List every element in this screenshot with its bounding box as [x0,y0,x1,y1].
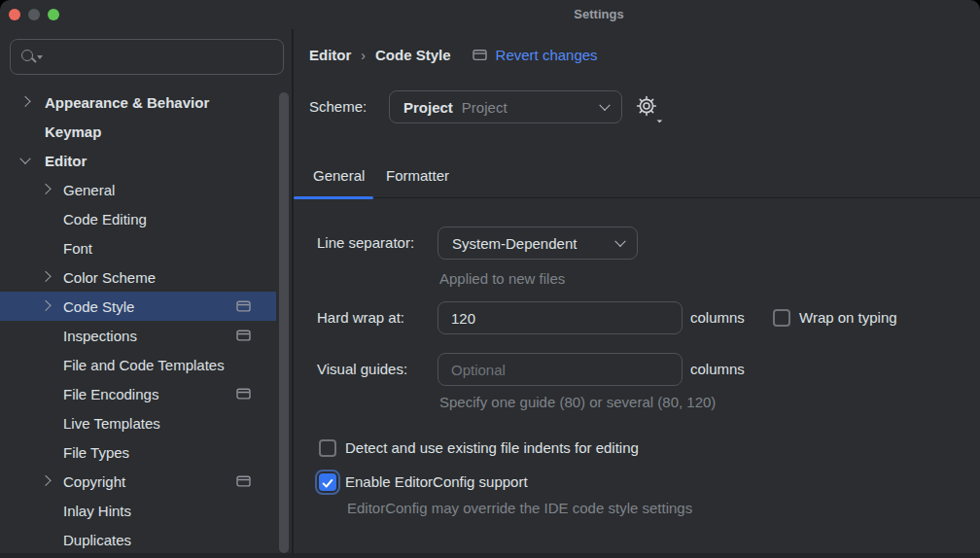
modified-setting-icon [472,49,487,61]
modified-setting-icon [236,330,251,342]
breadcrumb-editor[interactable]: Editor [309,47,351,63]
line-separator-dropdown[interactable]: System-Dependent [438,227,638,260]
sidebar-item-label: Editor [45,153,87,169]
sidebar-item-label: Appearance & Behavior [45,94,209,111]
chevron-down-icon[interactable] [19,154,30,164]
chevron-right-icon[interactable] [40,271,51,282]
modified-setting-icon [236,300,251,313]
line-separator-label: Line separator: [317,234,414,251]
zoom-window-button[interactable] [48,9,59,20]
sidebar-item-editor[interactable]: Editor [0,146,276,175]
hard-wrap-suffix: columns [690,309,745,326]
sidebar-item-label: General [63,182,115,198]
sidebar-item-copyright[interactable]: Copyright [0,467,276,496]
code-style-tabs: General Formatter [294,158,980,198]
chevron-right-icon[interactable] [40,475,51,486]
sidebar-item-file-and-code-templates[interactable]: File and Code Templates [0,350,276,379]
sidebar-item-label: Code Editing [63,211,147,227]
sidebar-item-font[interactable]: Font [0,233,276,262]
sidebar-item-general[interactable]: General [0,175,276,204]
window-title: Settings [574,7,623,21]
scheme-actions-button[interactable] [634,93,663,122]
sidebar-item-label: File Types [63,444,129,461]
sidebar-item-label: Color Scheme [63,269,156,286]
scheme-value: Project [403,99,453,116]
sidebar-item-inlay-hints[interactable]: Inlay Hints [0,496,276,525]
scheme-value-secondary: Project [462,99,508,116]
enable-editorconfig-label[interactable]: Enable EditorConfig support [345,473,528,490]
visual-guides-suffix: columns [690,361,745,377]
detect-indents-checkbox[interactable] [319,439,336,457]
hard-wrap-label: Hard wrap at: [317,309,404,326]
breadcrumb-code-style: Code Style [375,47,451,63]
active-tab-indicator [294,196,373,200]
sidebar-item-label: Font [63,240,92,257]
search-input[interactable] [41,40,283,74]
title-bar: Settings [0,0,980,29]
search-icon [21,49,41,66]
sidebar-item-keymap[interactable]: Keymap [0,117,276,146]
chevron-right-icon[interactable] [40,300,51,311]
sidebar-scrollbar-thumb[interactable] [279,92,289,553]
editorconfig-help: EditorConfig may override the IDE code s… [347,500,692,516]
minimize-window-button[interactable] [28,9,40,20]
line-separator-help: Applied to new files [439,270,565,287]
close-window-button[interactable] [9,9,20,20]
dropdown-corner-icon [654,115,662,122]
visual-guides-input[interactable] [438,353,682,386]
chevron-right-icon[interactable] [19,96,30,107]
sidebar-item-appearance-behavior[interactable]: Appearance & Behavior [0,87,276,117]
sidebar-item-live-templates[interactable]: Live Templates [0,408,276,437]
breadcrumb-separator-icon: › [361,48,366,63]
sidebar-item-label: Inspections [63,328,137,344]
scheme-label: Scheme: [309,98,367,115]
tab-formatter[interactable]: Formatter [386,167,449,184]
breadcrumb: Editor › Code Style Revert changes [309,47,598,63]
sidebar-item-label: File and Code Templates [63,357,225,373]
sidebar-item-label: Duplicates [63,532,131,548]
wrap-on-typing-checkbox[interactable] [773,309,790,327]
modified-setting-icon [236,388,251,401]
sidebar-item-label: Keymap [45,123,101,140]
sidebar-item-label: Inlay Hints [63,503,131,519]
sidebar-item-code-editing[interactable]: Code Editing [0,204,276,233]
enable-editorconfig-checkbox[interactable] [319,473,336,491]
sidebar-item-color-scheme[interactable]: Color Scheme [0,262,276,292]
visual-guides-help: Specify one guide (80) or several (80, 1… [439,394,716,410]
settings-window: Settings Appearance & BehaviorKeymapEdit… [0,0,980,558]
wrap-on-typing-label[interactable]: Wrap on typing [799,309,897,326]
sidebar-item-inspections[interactable]: Inspections [0,321,276,350]
modified-setting-icon [236,475,251,488]
line-separator-value: System-Dependent [452,235,577,252]
sidebar-item-code-style[interactable]: Code Style [0,292,276,321]
sidebar-item-file-encodings[interactable]: File Encodings [0,379,276,408]
tab-general[interactable]: General [313,167,365,184]
sidebar-item-label: Live Templates [63,415,160,432]
sidebar-item-duplicates[interactable]: Duplicates [0,525,276,554]
revert-changes-link[interactable]: Revert changes [496,47,598,63]
settings-content: Editor › Code Style Revert changes Schem… [294,29,980,558]
settings-sidebar: Appearance & BehaviorKeymapEditorGeneral… [0,29,294,558]
hard-wrap-input[interactable] [438,301,682,334]
settings-search-field[interactable] [10,39,284,75]
chevron-down-icon [614,236,625,247]
sidebar-item-label: Copyright [63,473,125,490]
chevron-down-icon [599,100,610,111]
scheme-dropdown[interactable]: Project Project [389,90,622,123]
sidebar-item-file-types[interactable]: File Types [0,437,276,467]
detect-indents-label[interactable]: Detect and use existing file indents for… [345,439,639,456]
sidebar-item-label: File Encodings [63,386,158,402]
settings-tree: Appearance & BehaviorKeymapEditorGeneral… [0,87,292,558]
visual-guides-label: Visual guides: [317,361,407,377]
chevron-right-icon[interactable] [40,184,51,194]
sidebar-item-label: Code Style [63,298,134,315]
window-bottom-edge [0,553,980,558]
